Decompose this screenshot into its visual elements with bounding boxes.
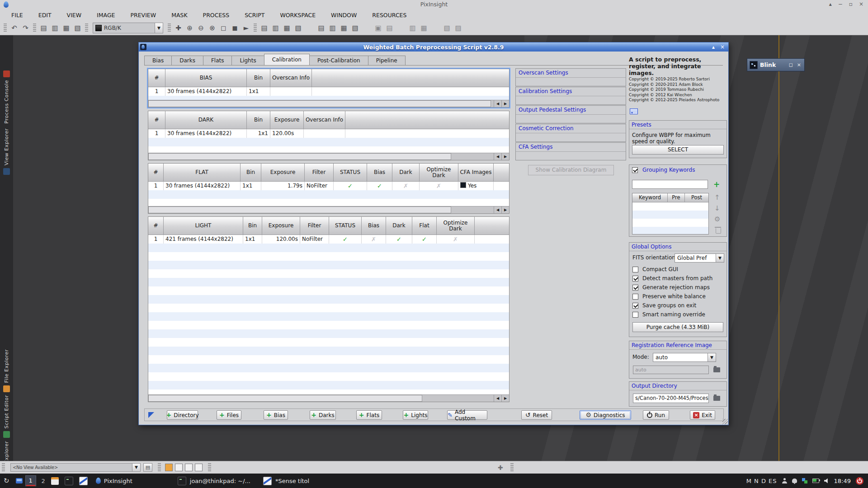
toolbar-grip[interactable]: [85, 23, 88, 33]
checkbox-icon[interactable]: [632, 294, 638, 300]
horizontal-scrollbar[interactable]: ◀ ▶: [148, 100, 509, 107]
reference-image-field[interactable]: auto: [633, 366, 709, 374]
trash-icon[interactable]: [716, 228, 721, 234]
toolbar-icon[interactable]: ▦: [281, 23, 292, 33]
crosshair-icon[interactable]: ✚: [498, 464, 503, 471]
clock[interactable]: 18:49: [834, 478, 851, 484]
sidebar-item-file-explorer[interactable]: File Explorer: [0, 349, 13, 392]
dropdown-arrow-icon[interactable]: ▼: [708, 353, 716, 361]
blink-close-icon[interactable]: ×: [797, 62, 801, 68]
toolbar-icon[interactable]: ◻: [218, 23, 229, 33]
exit-button[interactable]: ×Exit: [690, 410, 715, 420]
toolbar-icon[interactable]: ⊖: [195, 23, 207, 33]
add-flats-button[interactable]: +Flats: [356, 410, 382, 420]
minimize-icon[interactable]: −: [838, 1, 843, 7]
menu-view[interactable]: VIEW: [59, 12, 90, 19]
toolbar-icon[interactable]: ⊗: [207, 23, 218, 33]
sidebar-item-script-editor[interactable]: Script Editor: [0, 395, 13, 438]
section-link[interactable]: Cosmetic Correction: [516, 124, 626, 133]
editor-task[interactable]: *Sense títol: [263, 477, 309, 485]
toolbar-icon[interactable]: ▧: [441, 23, 453, 33]
purge-cache-button[interactable]: Purge cache (4.33 MiB): [632, 322, 723, 332]
add-custom-button[interactable]: ✎Add Custom: [447, 410, 487, 420]
add-lights-button[interactable]: +Lights: [403, 410, 428, 420]
run-button[interactable]: Run: [643, 410, 669, 420]
table-row[interactable]: 1 30 frames (4144x2822) 1x1: [148, 87, 509, 96]
toolbar-grip[interactable]: [33, 23, 36, 33]
toolbar-icon[interactable]: ▥: [407, 23, 418, 33]
statusbar-grip[interactable]: [510, 463, 514, 472]
pixinsight-task-label[interactable]: PixInsight: [104, 478, 132, 484]
toolbar-icon[interactable]: ⊕: [184, 23, 195, 33]
section-link[interactable]: Overscan Settings: [516, 69, 626, 78]
statusbar-grip[interactable]: [158, 463, 161, 472]
add-bias-button[interactable]: +Bias: [264, 410, 288, 420]
move-up-icon[interactable]: ↑: [714, 194, 720, 201]
scroll-right-icon[interactable]: ▶: [501, 100, 509, 107]
output-directory-header-link[interactable]: Output Directory: [629, 382, 726, 390]
toolbar-icon[interactable]: ▤: [38, 23, 49, 33]
statusbar-grip[interactable]: [208, 463, 211, 472]
toolbar-icon[interactable]: ►: [241, 23, 252, 33]
session-sync-icon[interactable]: ↻: [4, 477, 9, 485]
menu-workspace[interactable]: WORKSPACE: [272, 12, 323, 19]
text-editor-icon[interactable]: [79, 477, 88, 485]
option-rejection-maps[interactable]: Generate rejection maps: [632, 284, 710, 291]
add-keyword-icon[interactable]: +: [713, 180, 720, 189]
tab-darks[interactable]: Darks: [171, 56, 203, 65]
option-save-groups[interactable]: Save groups on exit: [632, 302, 696, 309]
menu-edit[interactable]: EDIT: [31, 12, 59, 19]
checkbox-icon[interactable]: [632, 276, 638, 282]
toolbar-grip[interactable]: [168, 23, 171, 33]
maximize-icon[interactable]: ▫: [849, 1, 853, 7]
sidebar-item-view-explorer[interactable]: View Explorer: [0, 128, 13, 175]
scroll-right-icon[interactable]: ▶: [501, 153, 509, 160]
horizontal-scrollbar[interactable]: ◀ ▶: [148, 394, 509, 402]
tab-pipeline[interactable]: Pipeline: [368, 56, 406, 65]
tab-post-calibration[interactable]: Post-Calibration: [309, 56, 368, 65]
scroll-right-icon[interactable]: ▶: [501, 395, 509, 402]
tab-lights[interactable]: Lights: [231, 56, 264, 65]
checkbox-icon[interactable]: [632, 303, 638, 309]
toolbar-grip[interactable]: [4, 23, 7, 33]
tab-calibration[interactable]: Calibration: [264, 54, 310, 65]
dropdown-arrow-icon[interactable]: ▼: [155, 23, 163, 33]
view-selector[interactable]: RGB/K ▼: [93, 23, 163, 33]
scroll-left-icon[interactable]: ◀: [494, 100, 501, 107]
folder-icon[interactable]: [713, 396, 720, 401]
sidebar-item-process-console[interactable]: Process Console: [0, 70, 13, 123]
menu-script[interactable]: SCRIPT: [237, 12, 272, 19]
select-preset-button[interactable]: SELECT: [632, 145, 724, 155]
workspace-thumbnail-1[interactable]: [165, 464, 173, 471]
toolbar-icon[interactable]: ◼: [229, 23, 241, 33]
toolbar-grip[interactable]: [254, 23, 257, 33]
scrollbar-thumb[interactable]: [148, 153, 451, 160]
tab-bias[interactable]: Bias: [144, 56, 172, 65]
add-files-button[interactable]: +Files: [217, 410, 241, 420]
option-white-balance[interactable]: Preserve white balance: [632, 293, 706, 300]
section-link[interactable]: Calibration Settings: [516, 87, 626, 96]
registration-header-link[interactable]: Registration Reference Image: [629, 341, 726, 350]
keyword-input[interactable]: [632, 180, 708, 189]
view-availability-select[interactable]: <No View Available> ▼: [10, 463, 141, 472]
power-icon[interactable]: [856, 477, 863, 485]
keyword-settings-icon[interactable]: ⚙: [714, 216, 720, 223]
add-directory-button[interactable]: +Directory: [167, 410, 198, 420]
output-directory-field[interactable]: s/Canon-70-200-M45/Processat: [633, 394, 709, 403]
workspace-thumbnail-2[interactable]: [175, 464, 183, 471]
dialog-titlebar[interactable]: Weighted Batch Preprocessing Script v2.8…: [139, 42, 728, 52]
menu-window[interactable]: WINDOW: [323, 12, 364, 19]
workspace-1-button[interactable]: 1: [25, 475, 36, 486]
reset-button[interactable]: ↺Reset: [521, 410, 552, 420]
close-icon[interactable]: ×: [859, 1, 863, 7]
workspace-thumbnail-3[interactable]: [185, 464, 193, 471]
presets-header-link[interactable]: Presets: [629, 121, 726, 129]
horizontal-scrollbar[interactable]: ◀ ▶: [148, 153, 509, 160]
scrollbar-thumb[interactable]: [148, 395, 422, 402]
scroll-left-icon[interactable]: ◀: [494, 206, 501, 213]
reference-mode-select[interactable]: auto ▼: [653, 353, 716, 362]
shade-icon[interactable]: ▴: [829, 1, 832, 7]
option-compact-gui[interactable]: Compact GUI: [632, 266, 678, 272]
menu-image[interactable]: IMAGE: [89, 12, 123, 19]
statusbar-grip[interactable]: [2, 463, 5, 472]
